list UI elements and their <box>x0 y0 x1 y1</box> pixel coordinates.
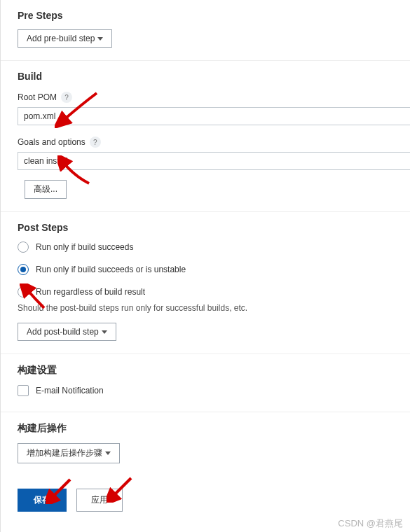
add-post-build-action-button[interactable]: 增加构建后操作步骤 <box>18 443 120 463</box>
root-pom-input[interactable] <box>18 107 410 125</box>
radio-succeeds-unstable[interactable] <box>18 264 29 275</box>
email-notification-checkbox[interactable] <box>18 385 29 396</box>
apply-button[interactable]: 应用 <box>76 489 123 512</box>
save-button[interactable]: 保存 <box>18 489 67 512</box>
caret-down-icon <box>102 330 107 334</box>
advanced-button[interactable]: 高级... <box>25 180 67 199</box>
post-build-actions-title: 构建后操作 <box>18 422 410 435</box>
goals-input[interactable] <box>18 152 410 170</box>
add-post-build-step-button[interactable]: Add post-build step <box>18 323 116 341</box>
post-steps-help: Should the post-build steps run only for… <box>18 303 410 313</box>
add-pre-build-label: Add pre-build step <box>27 34 95 43</box>
radio-succeeds[interactable] <box>18 241 29 253</box>
radio-succeeds-label: Run only if build succeeds <box>36 242 133 252</box>
post-steps-title: Post Steps <box>18 222 410 233</box>
root-pom-label: Root POM <box>18 92 57 102</box>
help-icon[interactable]: ? <box>90 136 101 148</box>
radio-regardless-label: Run regardless of build result <box>36 287 145 297</box>
build-title: Build <box>18 71 410 82</box>
add-post-build-action-label: 增加构建后操作步骤 <box>27 447 102 459</box>
radio-succeeds-unstable-label: Run only if build succeeds or is unstabl… <box>36 265 186 274</box>
email-notification-label: E-mail Notification <box>36 386 104 396</box>
add-pre-build-step-button[interactable]: Add pre-build step <box>18 29 112 48</box>
caret-down-icon <box>105 451 111 455</box>
help-icon[interactable]: ? <box>61 92 72 103</box>
build-settings-title: 构建设置 <box>18 364 410 377</box>
caret-down-icon <box>97 37 103 41</box>
radio-regardless[interactable] <box>18 286 29 298</box>
pre-steps-title: Pre Steps <box>18 10 410 21</box>
add-post-build-label: Add post-build step <box>27 327 99 337</box>
goals-label: Goals and options <box>18 137 86 147</box>
